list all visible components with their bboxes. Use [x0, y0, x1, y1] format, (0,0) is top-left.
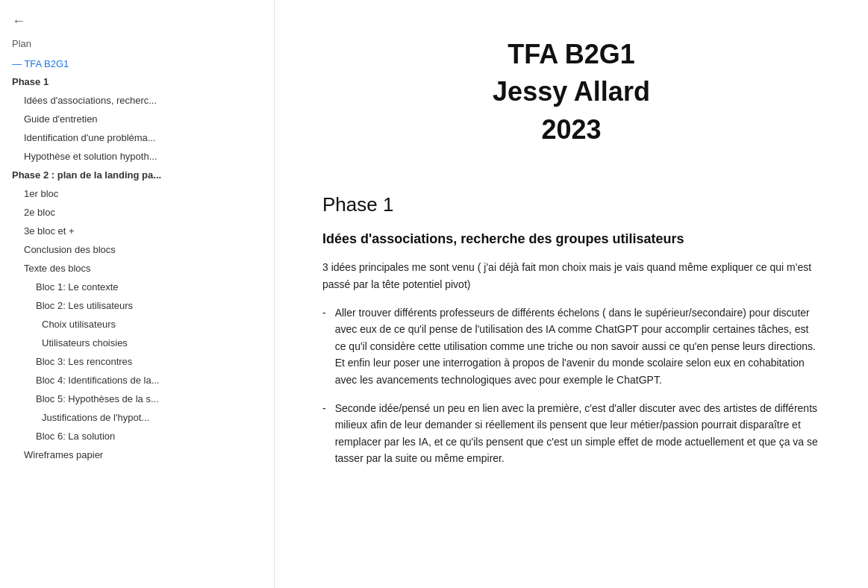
- sidebar-item-choix[interactable]: Choix utilisateurs: [0, 315, 274, 334]
- doc-title-block: TFA B2G1 Jessy Allard 2023: [322, 36, 820, 148]
- main-content: TFA B2G1 Jessy Allard 2023 Phase 1 Idées…: [275, 0, 868, 588]
- sidebar-item-utilisateurs[interactable]: Utilisateurs choisies: [0, 334, 274, 352]
- sidebar-item-bloc3[interactable]: 3e bloc et +: [0, 222, 274, 240]
- back-button[interactable]: ←: [0, 9, 274, 35]
- sidebar-item-bloc1ctx[interactable]: Bloc 1: Le contexte: [0, 278, 274, 296]
- sidebar-item-phase1[interactable]: Phase 1: [0, 72, 274, 91]
- sidebar-section-tfa[interactable]: — TFA B2G1: [0, 55, 274, 72]
- sidebar-item-idees[interactable]: Idées d'associations, recherc...: [0, 91, 274, 110]
- doc-title-line2: Jessy Allard: [493, 76, 650, 107]
- subsection-heading: Idées d'associations, recherche des grou…: [322, 231, 820, 247]
- back-icon: ←: [12, 13, 25, 29]
- doc-title-line3: 2023: [541, 114, 601, 145]
- sidebar-item-bloc6sol[interactable]: Bloc 6: La solution: [0, 427, 274, 445]
- sidebar-item-bloc1[interactable]: 1er bloc: [0, 184, 274, 203]
- doc-title: TFA B2G1 Jessy Allard 2023: [322, 36, 820, 148]
- bullet-item-0: -Aller trouver différents professeurs de…: [322, 304, 820, 388]
- bullet-dash-1: -: [322, 400, 326, 467]
- sidebar-item-texte[interactable]: Texte des blocs: [0, 259, 274, 278]
- sidebar-item-phase2[interactable]: Phase 2 : plan de la landing pa...: [0, 166, 274, 184]
- sidebar-item-guide[interactable]: Guide d'entretien: [0, 110, 274, 128]
- sidebar-item-wireframes[interactable]: Wireframes papier: [0, 445, 274, 464]
- sidebar: ← Plan — TFA B2G1 Phase 1Idées d'associa…: [0, 0, 275, 588]
- sidebar-item-hypothese[interactable]: Hypothèse et solution hypoth...: [0, 147, 274, 166]
- bullet-list: -Aller trouver différents professeurs de…: [322, 304, 820, 467]
- sidebar-items: Phase 1Idées d'associations, recherc...G…: [0, 72, 274, 464]
- sidebar-item-bloc3renc[interactable]: Bloc 3: Les rencontres: [0, 352, 274, 371]
- section-heading: Phase 1: [322, 193, 820, 216]
- bullet-item-1: -Seconde idée/pensé un peu en lien avec …: [322, 400, 820, 467]
- sidebar-item-bloc2usr[interactable]: Bloc 2: Les utilisateurs: [0, 296, 274, 315]
- doc-title-line1: TFA B2G1: [508, 39, 635, 69]
- plan-label: Plan: [0, 35, 274, 55]
- sidebar-item-bloc5hyp[interactable]: Bloc 5: Hypothèses de la s...: [0, 390, 274, 408]
- sidebar-item-bloc2[interactable]: 2e bloc: [0, 203, 274, 222]
- bullet-text-0: Aller trouver différents professeurs de …: [335, 304, 820, 388]
- sidebar-item-conclusion[interactable]: Conclusion des blocs: [0, 240, 274, 259]
- intro-text: 3 idées principales me sont venu ( j'ai …: [322, 259, 820, 293]
- bullet-dash-0: -: [322, 304, 326, 388]
- sidebar-item-identification[interactable]: Identification d'une probléma...: [0, 128, 274, 147]
- sidebar-item-justif[interactable]: Justifications de l'hypot...: [0, 408, 274, 427]
- sidebar-item-bloc4id[interactable]: Bloc 4: Identifications de la...: [0, 371, 274, 390]
- bullet-text-1: Seconde idée/pensé un peu en lien avec l…: [335, 400, 820, 467]
